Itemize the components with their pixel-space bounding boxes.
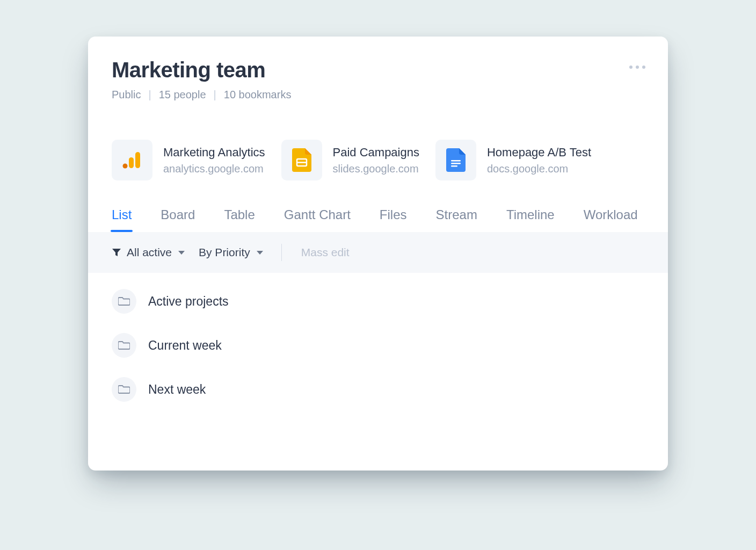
filter-bar: All active By Priority Mass edit	[88, 232, 668, 273]
ellipsis-icon	[629, 66, 633, 69]
tab-table[interactable]: Table	[224, 202, 255, 232]
filter-status-dropdown[interactable]: All active	[112, 246, 185, 259]
tab-timeline[interactable]: Timeline	[506, 202, 555, 232]
svg-rect-7	[451, 165, 457, 167]
bookmark-url: slides.google.com	[333, 163, 419, 175]
tab-board[interactable]: Board	[161, 202, 195, 232]
svg-rect-1	[129, 157, 134, 168]
bookmark-analytics[interactable]: Marketing Analytics analytics.google.com	[112, 140, 265, 180]
folder-item[interactable]: Current week	[112, 333, 644, 358]
bookmark-url: analytics.google.com	[163, 163, 265, 175]
meta-separator: |	[148, 89, 151, 101]
bookmark-label: Paid Campaigns	[333, 146, 419, 160]
filter-status-label: All active	[127, 246, 172, 259]
tab-workload[interactable]: Workload	[584, 202, 638, 232]
view-tabs: List Board Table Gantt Chart Files Strea…	[88, 202, 668, 232]
bookmark-label: Homepage A/B Test	[487, 146, 591, 160]
folder-item[interactable]: Active projects	[112, 289, 644, 314]
tab-stream[interactable]: Stream	[436, 202, 477, 232]
folder-icon-wrap	[112, 377, 136, 402]
more-menu-button[interactable]	[625, 59, 650, 75]
tab-list[interactable]: List	[112, 202, 132, 232]
bookmark-url: docs.google.com	[487, 163, 591, 175]
tab-gantt[interactable]: Gantt Chart	[284, 202, 351, 232]
folder-list: Active projects Current week Next week	[88, 273, 668, 418]
bookmark-tile	[435, 140, 476, 180]
bookmarks-row: Marketing Analytics analytics.google.com…	[88, 114, 668, 202]
folder-icon	[118, 385, 130, 394]
folder-name: Active projects	[148, 294, 229, 309]
visibility-label: Public	[112, 89, 141, 101]
sort-label: By Priority	[199, 246, 250, 259]
folder-item[interactable]: Next week	[112, 377, 644, 402]
docs-icon	[446, 148, 466, 172]
people-count: 15 people	[159, 89, 206, 101]
svg-rect-0	[135, 152, 140, 168]
svg-rect-6	[451, 163, 461, 164]
ellipsis-icon	[636, 66, 639, 69]
chevron-down-icon	[257, 251, 263, 255]
ellipsis-icon	[642, 66, 645, 69]
folder-icon-wrap	[112, 289, 136, 314]
bookmark-tile	[112, 140, 152, 180]
meta-separator: |	[214, 89, 216, 101]
bookmarks-count: 10 bookmarks	[224, 89, 292, 101]
folder-icon	[118, 296, 130, 306]
workspace-title: Marketing team	[112, 58, 644, 82]
workspace-header: Marketing team Public | 15 people | 10 b…	[88, 37, 668, 114]
folder-icon	[118, 341, 130, 350]
filter-icon	[112, 248, 121, 257]
svg-point-2	[123, 164, 128, 169]
folder-name: Next week	[148, 382, 206, 397]
bookmark-docs[interactable]: Homepage A/B Test docs.google.com	[435, 140, 591, 180]
folder-name: Current week	[148, 338, 222, 353]
mass-edit-button[interactable]: Mass edit	[301, 246, 350, 259]
folder-icon-wrap	[112, 333, 136, 358]
bookmark-label: Marketing Analytics	[163, 146, 265, 160]
workspace-meta: Public | 15 people | 10 bookmarks	[112, 89, 644, 101]
analytics-icon	[122, 150, 142, 170]
tab-files[interactable]: Files	[380, 202, 407, 232]
slides-icon	[292, 148, 311, 172]
toolbar-separator	[281, 244, 282, 261]
bookmark-tile	[281, 140, 322, 180]
workspace-card: Marketing team Public | 15 people | 10 b…	[88, 37, 668, 471]
bookmark-slides[interactable]: Paid Campaigns slides.google.com	[281, 140, 419, 180]
sort-dropdown[interactable]: By Priority	[199, 246, 263, 259]
chevron-down-icon	[178, 251, 185, 255]
svg-rect-5	[451, 160, 461, 162]
